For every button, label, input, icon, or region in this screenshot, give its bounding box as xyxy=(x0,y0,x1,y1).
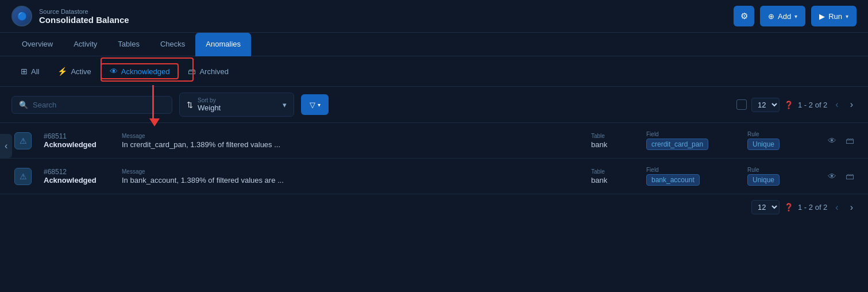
add-plus-icon: ⊕ xyxy=(768,12,774,21)
view-button-2[interactable]: 👁 xyxy=(825,169,839,183)
filter-all[interactable]: ⊞ All xyxy=(11,63,48,79)
run-play-icon: ▶ xyxy=(819,12,825,21)
bottom-pagination-text: 1 - 2 of 2 xyxy=(798,203,827,212)
add-label: Add xyxy=(778,12,791,21)
filter-all-label: All xyxy=(31,67,39,76)
row-message-label-2: Message xyxy=(122,168,582,175)
filter-chevron-icon: ▾ xyxy=(318,102,321,108)
row-rule-badge-1: Unique xyxy=(747,139,780,150)
row-id-status-2: #68512 Acknowledged xyxy=(44,168,113,185)
help-icon: ❓ xyxy=(784,101,793,109)
bottom-next-page-button[interactable]: › xyxy=(847,201,857,214)
row-message-value-1: In crerdit_card_pan, 1.389% of filtered … xyxy=(122,140,582,149)
bottom-page-size-select[interactable]: 12 xyxy=(751,200,780,214)
search-box[interactable]: 🔍 xyxy=(11,96,172,114)
table-row: ⚠ #68512 Acknowledged Message In bank_ac… xyxy=(0,159,868,194)
row-field-1: Field crerdit_card_pan xyxy=(646,131,738,150)
table-container: ⚠ #68511 Acknowledged Message In crerdit… xyxy=(0,123,868,194)
row-field-badge-2: bank_account xyxy=(646,174,700,186)
sort-by-small: Sort by xyxy=(198,97,221,103)
row-status-icon-1: ⚠ xyxy=(11,132,34,149)
row-table-value-2: bank xyxy=(591,176,637,185)
bottom-pagination: 12 ❓ 1 - 2 of 2 ‹ › xyxy=(0,194,868,220)
row-rule-label-1: Rule xyxy=(747,131,816,137)
prev-page-button[interactable]: ‹ xyxy=(832,98,842,111)
filter-acknowledged[interactable]: 👁 Acknowledged xyxy=(101,63,179,79)
row-message-2: Message In bank_account, 1.389% of filte… xyxy=(122,168,582,185)
filter-bar-container: ⊞ All ⚡ Active 👁 Acknowledged 🗃 Archived xyxy=(0,56,868,87)
header-title: Source Datastore Consolidated Balance xyxy=(39,8,129,25)
filter-active[interactable]: ⚡ Active xyxy=(48,63,100,79)
row-message-1: Message In crerdit_card_pan, 1.389% of f… xyxy=(122,133,582,149)
run-label: Run xyxy=(828,12,842,21)
avatar: 🔵 xyxy=(11,6,32,26)
archive-button-1[interactable]: 🗃 xyxy=(843,133,857,148)
row-id-status-1: #68511 Acknowledged xyxy=(44,132,113,149)
view-button-1[interactable]: 👁 xyxy=(825,133,839,148)
row-rule-1: Rule Unique xyxy=(747,131,816,150)
tab-tables[interactable]: Tables xyxy=(107,33,150,56)
row-id-1: #68511 xyxy=(44,132,113,140)
row-actions-2: 👁 🗃 xyxy=(825,169,857,183)
row-message-label-1: Message xyxy=(122,133,582,139)
next-page-button[interactable]: › xyxy=(847,98,857,111)
archive-icon: 🗃 xyxy=(188,67,196,76)
bottom-help-icon: ❓ xyxy=(784,203,793,212)
header-right: ⚙ ⊕ Add ▾ ▶ Run ▾ xyxy=(734,6,857,26)
row-id-2: #68512 xyxy=(44,168,113,176)
row-status-icon-2: ⚠ xyxy=(11,168,34,185)
archive-button-2[interactable]: 🗃 xyxy=(843,169,857,183)
table-row: ⚠ #68511 Acknowledged Message In crerdit… xyxy=(0,123,868,159)
back-button[interactable]: ‹ xyxy=(0,134,12,158)
header-left: 🔵 Source Datastore Consolidated Balance xyxy=(11,6,129,26)
anomaly-icon-1: ⚠ xyxy=(14,132,32,149)
header-main-title: Consolidated Balance xyxy=(39,15,129,25)
sort-box[interactable]: ⇅ Sort by Weight ▾ xyxy=(179,93,294,117)
search-icon: 🔍 xyxy=(19,101,28,109)
toolbar: 🔍 ⇅ Sort by Weight ▾ ▽ ▾ 12 ❓ 1 - 2 of 2… xyxy=(0,87,868,123)
tab-activity[interactable]: Activity xyxy=(63,33,107,56)
sort-icon: ⇅ xyxy=(187,101,193,109)
search-input[interactable] xyxy=(33,101,165,109)
row-table-2: Table bank xyxy=(591,168,637,185)
warning-icon: ⚠ xyxy=(20,136,27,145)
back-button-area: ‹ xyxy=(0,134,12,158)
bottom-prev-page-button[interactable]: ‹ xyxy=(832,201,842,214)
top-header: 🔵 Source Datastore Consolidated Balance … xyxy=(0,0,868,33)
row-table-label-2: Table xyxy=(591,168,637,175)
row-table-1: Table bank xyxy=(591,133,637,149)
warning-icon-2: ⚠ xyxy=(20,172,27,181)
row-table-value-1: bank xyxy=(591,140,637,149)
add-button[interactable]: ⊕ Add ▾ xyxy=(760,6,805,26)
row-field-label-1: Field xyxy=(646,131,738,137)
header-subtitle: Source Datastore xyxy=(39,8,129,15)
bolt-icon: ⚡ xyxy=(57,67,67,76)
add-chevron-icon: ▾ xyxy=(794,13,797,20)
row-field-label-2: Field xyxy=(646,167,738,173)
row-status-text-2: Acknowledged xyxy=(44,176,113,185)
row-message-value-2: In bank_account, 1.389% of filtered valu… xyxy=(122,176,582,185)
run-button[interactable]: ▶ Run ▾ xyxy=(811,6,857,26)
row-status-text-1: Acknowledged xyxy=(44,140,113,149)
anomaly-icon-2: ⚠ xyxy=(14,168,32,185)
row-field-2: Field bank_account xyxy=(646,167,738,186)
run-chevron-icon: ▾ xyxy=(846,13,848,20)
row-rule-label-2: Rule xyxy=(747,167,816,173)
row-table-label-1: Table xyxy=(591,133,637,139)
toolbar-pagination: 12 ❓ 1 - 2 of 2 ‹ › xyxy=(736,98,857,112)
filter-button[interactable]: ▽ ▾ xyxy=(301,94,329,115)
filter-acknowledged-label: Acknowledged xyxy=(121,67,170,76)
layers-icon: ⊞ xyxy=(21,67,28,76)
pagination-text: 1 - 2 of 2 xyxy=(798,101,827,109)
tab-anomalies[interactable]: Anomalies xyxy=(195,33,251,56)
filter-active-label: Active xyxy=(71,67,91,76)
page-size-select[interactable]: 12 xyxy=(751,98,780,112)
tab-checks[interactable]: Checks xyxy=(150,33,195,56)
filter-archived[interactable]: 🗃 Archived xyxy=(179,63,238,79)
row-actions-1: 👁 🗃 xyxy=(825,133,857,148)
filter-funnel-icon: ▽ xyxy=(310,101,315,109)
tab-overview[interactable]: Overview xyxy=(11,33,63,56)
nav-tabs: Overview Activity Tables Checks Anomalie… xyxy=(0,33,868,56)
select-all-checkbox[interactable] xyxy=(736,99,747,110)
settings-button[interactable]: ⚙ xyxy=(734,6,754,26)
